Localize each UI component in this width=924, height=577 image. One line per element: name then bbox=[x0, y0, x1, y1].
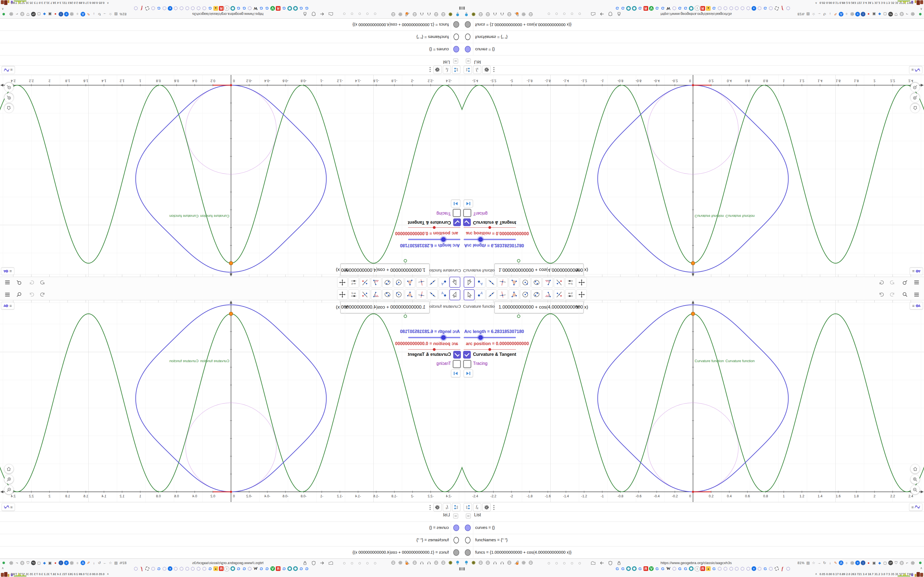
bookmark-favicon-fl[interactable] bbox=[786, 6, 790, 11]
reload-action-icon[interactable]: ↻ bbox=[822, 561, 827, 565]
arc-position-knob[interactable] bbox=[433, 348, 436, 351]
lock-icon[interactable] bbox=[303, 11, 307, 16]
arc-length-slider[interactable] bbox=[408, 239, 460, 240]
redo-icon[interactable] bbox=[889, 291, 896, 298]
up-dark-action-icon[interactable]: UP bbox=[31, 561, 36, 565]
headset-extension-icon[interactable] bbox=[420, 11, 424, 16]
globe-extension-icon[interactable] bbox=[478, 561, 483, 566]
visibility-marble[interactable] bbox=[453, 537, 460, 545]
star-action-icon[interactable]: ☆ bbox=[108, 12, 113, 16]
line-tool[interactable] bbox=[427, 289, 438, 300]
wrench-action-icon[interactable]: ⌐ bbox=[905, 561, 909, 565]
perpendicular-line-tool[interactable] bbox=[416, 289, 426, 300]
bookmark-favicon-G[interactable]: G bbox=[208, 6, 212, 11]
visibility-marble[interactable] bbox=[453, 20, 460, 28]
visibility-marble[interactable] bbox=[453, 32, 460, 40]
gear-action-icon[interactable] bbox=[9, 561, 14, 565]
up-dark-action-icon[interactable]: UP bbox=[31, 12, 36, 16]
bookmark-favicon-G[interactable]: G bbox=[683, 6, 688, 11]
move-graphics-tool[interactable] bbox=[337, 289, 347, 300]
polygon-tool[interactable] bbox=[405, 289, 415, 300]
menu-icon[interactable] bbox=[913, 291, 920, 298]
bookmark-favicon-ring[interactable] bbox=[293, 6, 298, 11]
tab-dot[interactable] bbox=[351, 13, 353, 15]
globe-extension-icon[interactable] bbox=[434, 11, 438, 16]
line-tool[interactable] bbox=[427, 277, 438, 288]
copy-action-icon[interactable]: ▢ bbox=[37, 561, 41, 565]
bookmark-favicon-G[interactable]: G bbox=[236, 566, 241, 571]
tab-dot[interactable] bbox=[374, 562, 376, 564]
graphics-view[interactable]: -2.4-2.2-2-1.8-1.6-1.4-1.2-1-0.8-0.6-0.4… bbox=[462, 75, 924, 277]
polygon-tool[interactable] bbox=[405, 277, 415, 288]
globe-dark-action-icon[interactable] bbox=[899, 561, 904, 565]
bookmark-favicon-dot[interactable]: ● bbox=[168, 6, 173, 11]
bookmark-favicon-fl[interactable] bbox=[786, 566, 790, 571]
home-button[interactable] bbox=[5, 464, 13, 474]
wrench-action-icon[interactable]: ⌐ bbox=[905, 12, 909, 16]
bookmark-favicon-fl[interactable] bbox=[735, 6, 739, 11]
bookmark-favicon-fl[interactable] bbox=[162, 566, 167, 571]
gear-extension-icon[interactable] bbox=[398, 561, 402, 566]
algebra-row[interactable]: curves = {} bbox=[462, 522, 924, 534]
bookmark-favicon-fl[interactable] bbox=[134, 566, 138, 571]
bookmark-favicon-fl[interactable] bbox=[173, 566, 178, 571]
bookmark-favicon-fl[interactable] bbox=[185, 566, 189, 571]
redo-icon[interactable] bbox=[28, 279, 35, 286]
polygon-tool[interactable] bbox=[509, 277, 519, 288]
move-tool[interactable] bbox=[449, 277, 460, 288]
search-icon[interactable] bbox=[15, 279, 23, 286]
copy-action-icon[interactable]: ▢ bbox=[883, 561, 887, 565]
fx-icon[interactable]: fx bbox=[443, 503, 451, 511]
visibility-marble[interactable] bbox=[464, 32, 471, 40]
bookmark-favicon-G[interactable]: G bbox=[615, 566, 620, 571]
step-play-button[interactable] bbox=[451, 200, 460, 208]
move-graphics-tool[interactable] bbox=[337, 277, 347, 288]
shield-dark-action-icon[interactable]: ⛉ bbox=[26, 12, 30, 16]
ellipse-tool[interactable] bbox=[531, 277, 542, 288]
olive-extension-icon[interactable] bbox=[448, 11, 453, 16]
kebab-icon[interactable] bbox=[430, 67, 431, 73]
stats-chevron-icon[interactable]: ∧ bbox=[107, 2, 109, 5]
kebab-icon[interactable] bbox=[430, 504, 431, 510]
list-collapse-button[interactable] bbox=[466, 514, 471, 519]
bookmark-favicon-ok[interactable]: V bbox=[270, 566, 275, 571]
bookmark-favicon-W[interactable]: W bbox=[666, 6, 671, 11]
search-icon[interactable] bbox=[15, 291, 23, 298]
a-blue-action-icon[interactable]: A bbox=[839, 12, 843, 16]
shield-dark-action-icon[interactable]: ⛉ bbox=[894, 12, 898, 16]
bookmark-favicon-G[interactable]: G bbox=[242, 6, 246, 11]
algebra-stylebar-toggle[interactable]: ≡ bbox=[909, 503, 922, 511]
globe-dark-action-icon[interactable] bbox=[20, 12, 25, 16]
bookmark-favicon-gear[interactable] bbox=[774, 6, 779, 11]
home-button[interactable] bbox=[5, 103, 13, 113]
globe-extension-icon[interactable] bbox=[507, 11, 512, 16]
search-icon[interactable] bbox=[901, 291, 909, 298]
visibility-marble[interactable] bbox=[453, 45, 460, 53]
ellipse-tool[interactable] bbox=[382, 289, 393, 300]
gear-action-icon[interactable] bbox=[69, 561, 74, 565]
kebab-icon[interactable] bbox=[493, 67, 494, 73]
bookmark-favicon-fl[interactable] bbox=[196, 566, 201, 571]
bookmark-favicon-G[interactable]: G bbox=[157, 6, 161, 11]
red-circle-action-icon[interactable]: ● bbox=[53, 12, 58, 16]
bookmark-favicon-fl[interactable] bbox=[769, 6, 773, 11]
circle-with-center-tool[interactable] bbox=[394, 289, 404, 300]
bookmark-favicon-G[interactable]: G bbox=[304, 6, 309, 11]
bookmark-favicon-i[interactable]: i bbox=[695, 566, 700, 572]
algebra-row[interactable]: funcs = {1.000000000000 + cos(4.00000000… bbox=[462, 18, 924, 31]
bookmark-favicon-G[interactable]: G bbox=[712, 566, 716, 571]
trash-action-icon[interactable]: ▣ bbox=[48, 561, 52, 565]
move-graphics-tool[interactable] bbox=[577, 277, 587, 288]
bookmark-favicon-ring[interactable] bbox=[689, 566, 693, 571]
zoom-in-button[interactable] bbox=[5, 475, 13, 484]
reflect-tool[interactable] bbox=[360, 289, 370, 300]
line-tool[interactable] bbox=[486, 277, 497, 288]
bookmark-favicon-fl[interactable] bbox=[151, 566, 155, 571]
globe-extension-icon[interactable] bbox=[391, 561, 396, 566]
balloon-extension-icon[interactable] bbox=[456, 11, 460, 16]
step-play-button[interactable] bbox=[464, 200, 473, 208]
bookmark-favicon-img[interactable]: ▲ bbox=[213, 566, 218, 571]
undo-icon[interactable] bbox=[878, 279, 885, 286]
move-graphics-tool[interactable] bbox=[577, 289, 587, 300]
algebra-row[interactable]: funcs = {1.000000000000 + cos(4.00000000… bbox=[0, 546, 462, 559]
